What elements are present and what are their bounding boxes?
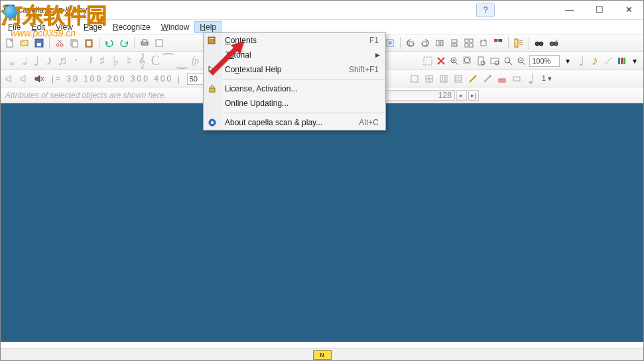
cut-button[interactable] <box>52 36 67 50</box>
menu-page[interactable]: Page <box>78 21 107 33</box>
zoom-in-button[interactable] <box>448 54 461 68</box>
help-contents-item[interactable]: Contents F1 <box>204 33 385 48</box>
titlebar-help-button[interactable]: ? <box>476 3 495 17</box>
zoom-dropdown-button[interactable]: ▾ <box>561 54 574 68</box>
note-edit-icon[interactable]: ♩ <box>524 71 539 87</box>
tie-icon[interactable]: ⁀ <box>162 53 175 69</box>
scroller2-last-button[interactable]: ▸| <box>468 90 479 101</box>
erase-tool-button[interactable] <box>434 54 448 68</box>
dynamic-fp-icon[interactable]: fp <box>188 56 202 66</box>
zoom-width-button[interactable] <box>488 54 501 68</box>
note-display-icon[interactable]: ♩ <box>575 53 588 69</box>
settings-button[interactable] <box>615 54 628 68</box>
slur-icon[interactable]: ‿ <box>175 53 188 69</box>
help-contextual-item[interactable]: ? Contextual Help Shift+F1 <box>204 62 385 77</box>
tempo-ruler[interactable]: |= 30 100 200 300 400 | <box>52 74 182 83</box>
maximize-button[interactable]: ☐ <box>584 1 614 19</box>
zoom-fit-button[interactable] <box>461 54 474 68</box>
svg-rect-62 <box>455 76 462 82</box>
zoom-actual-button[interactable] <box>501 54 515 68</box>
tool-a-button[interactable] <box>152 36 166 50</box>
copy-button[interactable] <box>67 36 82 50</box>
svg-point-44 <box>550 42 554 46</box>
svg-rect-27 <box>409 42 413 46</box>
svg-rect-35 <box>465 44 468 47</box>
menu-help[interactable]: Help <box>194 21 222 33</box>
svg-rect-37 <box>481 40 486 46</box>
note-sixteenth-icon[interactable]: ♬ <box>56 53 69 68</box>
crop-button[interactable] <box>476 36 491 50</box>
svg-point-48 <box>464 58 470 63</box>
natural-icon[interactable]: ♮ <box>122 53 135 69</box>
flat-icon[interactable]: ♭ <box>109 53 122 69</box>
beam-icon[interactable]: ⟋ <box>602 53 615 68</box>
help-license-item[interactable]: License, Activation... <box>204 81 385 96</box>
note-quarter-icon[interactable]: ♩ <box>29 53 42 69</box>
help-tutorial-item[interactable]: Tutorial ▶ <box>204 48 385 62</box>
dot-icon[interactable]: · <box>69 53 82 68</box>
new-button[interactable] <box>3 36 17 50</box>
palette-button[interactable] <box>491 36 505 50</box>
edit2-button[interactable] <box>480 72 495 86</box>
note-eighth-icon[interactable]: ♪ <box>42 53 56 68</box>
close-button[interactable]: ✕ <box>614 1 644 19</box>
help-contextual-shortcut: Shift+F1 <box>349 65 379 74</box>
flip-h-button[interactable] <box>432 36 447 50</box>
menu-window[interactable]: Window <box>156 21 195 33</box>
speaker1-button[interactable] <box>3 72 17 86</box>
zoom-page-button[interactable] <box>474 54 487 68</box>
rotate-left-button[interactable] <box>403 36 418 50</box>
scroller2-next-button[interactable]: ▸ <box>456 90 467 101</box>
svg-rect-39 <box>497 39 499 42</box>
note-whole-icon[interactable]: 𝅝 <box>3 53 16 68</box>
speaker-mute-button[interactable] <box>32 72 46 86</box>
treble-clef-icon[interactable]: 𝄞 <box>135 53 149 68</box>
rotate-right-button[interactable] <box>418 36 432 50</box>
grid-button[interactable] <box>462 36 476 50</box>
settings-dropdown-button[interactable]: ▾ <box>628 54 641 68</box>
voice-input[interactable]: 1 ▾ <box>539 72 555 86</box>
app-icon: C <box>4 5 15 15</box>
timesig-icon[interactable]: C <box>149 53 162 68</box>
binoculars2-button[interactable] <box>547 36 561 50</box>
stem-icon[interactable]: ♪ <box>588 53 602 68</box>
rest-icon[interactable]: 𝄽 <box>82 53 96 68</box>
note-half-icon[interactable]: 𝅗𝅥 <box>16 53 29 68</box>
help-about-item[interactable]: About capella scan & play... Alt+C <box>204 115 385 130</box>
open-button[interactable] <box>17 36 32 50</box>
print-button[interactable] <box>137 36 152 50</box>
svg-rect-36 <box>470 44 473 47</box>
window-title: capella scan & play <box>19 5 476 15</box>
edit4-button[interactable] <box>509 72 524 86</box>
book-icon <box>207 35 218 46</box>
flip-v-button[interactable] <box>447 36 462 50</box>
save-button[interactable] <box>32 36 46 50</box>
undo-button[interactable] <box>102 36 117 50</box>
edit1-button[interactable] <box>466 72 480 86</box>
grid1-button[interactable] <box>407 72 422 86</box>
edit3-button[interactable] <box>495 72 509 86</box>
select-tool-button[interactable] <box>421 54 434 68</box>
analyze-button[interactable] <box>511 36 526 50</box>
svg-rect-25 <box>387 40 393 46</box>
speaker2-button[interactable] <box>17 72 32 86</box>
minimize-button[interactable]: — <box>554 1 584 19</box>
menu-file[interactable]: File <box>3 21 26 33</box>
grid3-button[interactable] <box>436 72 451 86</box>
redo-button[interactable] <box>117 36 131 50</box>
grid2-button[interactable] <box>422 72 436 86</box>
canvas-area[interactable] <box>0 103 644 342</box>
svg-point-55 <box>518 58 523 63</box>
menu-recognize[interactable]: Recognize <box>107 21 156 33</box>
help-update-item[interactable]: Online Updating... <box>204 96 385 111</box>
binoculars-button[interactable] <box>532 36 547 50</box>
menu-view[interactable]: View <box>50 21 78 33</box>
menu-edit[interactable]: Edit <box>26 21 50 33</box>
paste-button[interactable] <box>82 36 96 50</box>
svg-rect-58 <box>623 58 625 64</box>
sharp-icon[interactable]: ♯ <box>96 53 109 69</box>
zoom-level-input[interactable]: 100% <box>529 55 560 67</box>
zoom-out-button[interactable] <box>515 54 528 68</box>
grid4-button[interactable] <box>451 72 466 86</box>
svg-rect-32 <box>452 44 457 46</box>
